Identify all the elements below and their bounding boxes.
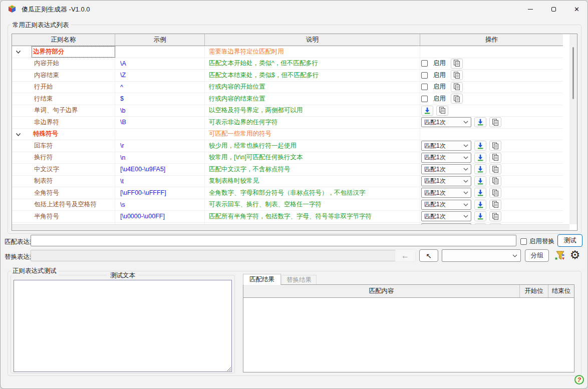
table-row[interactable]: 全角符号 [\uFF00-\uFFFF] 全角数字、字母和部分符号（非标点符号）… bbox=[12, 187, 563, 199]
match-count-select[interactable]: 匹配1次 bbox=[421, 164, 471, 174]
row-name-box[interactable]: 全角符号 bbox=[32, 188, 115, 198]
table-row[interactable]: 行结束 $ 行或内容的结束位置 启用 bbox=[12, 93, 563, 105]
name-cell[interactable]: 制表符 bbox=[12, 176, 115, 187]
example-cell[interactable]: \b bbox=[115, 105, 205, 117]
tab-replace-result[interactable]: 替换结果 bbox=[281, 275, 317, 285]
enable-checkbox[interactable] bbox=[421, 60, 428, 67]
row-name-box[interactable]: 制表符 bbox=[32, 176, 115, 186]
copy-button[interactable] bbox=[451, 70, 463, 80]
chevron-down-icon[interactable] bbox=[16, 133, 21, 137]
copy-button[interactable] bbox=[489, 211, 501, 221]
replace-expression-input[interactable] bbox=[31, 250, 396, 261]
name-cell[interactable]: 行结束 bbox=[12, 93, 115, 105]
result-column-start[interactable]: 开始位 bbox=[519, 285, 548, 297]
close-button[interactable]: ✕ bbox=[565, 1, 588, 18]
copy-button[interactable] bbox=[489, 188, 501, 198]
download-button[interactable] bbox=[474, 141, 486, 151]
match-count-select[interactable]: 匹配1次 bbox=[421, 176, 471, 186]
match-count-select[interactable]: 匹配1次 bbox=[421, 188, 471, 198]
name-cell[interactable]: 边界符部分 bbox=[12, 46, 115, 58]
name-cell[interactable]: 行开始 bbox=[12, 82, 115, 93]
table-row[interactable]: 包括上述符号及空格符 \s 可表示回车、换行、制表、空格任一字符 匹配1次 bbox=[12, 199, 563, 211]
row-name-box[interactable]: 特殊符号 bbox=[32, 129, 115, 139]
result-column-content[interactable]: 匹配内容 bbox=[243, 285, 519, 297]
table-row[interactable]: 换行符 \n 较常用，[\r\n]可匹配任何换行文本 匹配1次 bbox=[12, 152, 563, 164]
name-cell[interactable]: 换行符 bbox=[12, 152, 115, 164]
row-name-box[interactable]: 换行符 bbox=[32, 152, 115, 163]
table-row[interactable]: 单词、句子边界 \b 以空格及符号界定，两侧都可以用 bbox=[12, 105, 563, 117]
vertical-scrollbar-thumb[interactable] bbox=[572, 47, 574, 99]
column-header-desc[interactable]: 说明 bbox=[205, 34, 420, 46]
row-name-box[interactable]: 非边界符 bbox=[32, 117, 115, 128]
maximize-button[interactable] bbox=[542, 1, 565, 18]
row-name-box[interactable]: 中文汉字 bbox=[32, 164, 115, 175]
match-count-select[interactable]: 匹配1次 bbox=[421, 153, 471, 163]
test-button[interactable]: 测试 bbox=[557, 234, 582, 247]
row-name-box[interactable]: 内容结束 bbox=[32, 70, 115, 81]
download-button[interactable] bbox=[421, 106, 433, 116]
name-cell[interactable]: 全角符号 bbox=[12, 187, 115, 199]
group-button[interactable]: 分组 bbox=[525, 249, 549, 262]
test-text-input[interactable] bbox=[14, 280, 232, 372]
example-cell[interactable]: ^ bbox=[115, 82, 205, 93]
download-button[interactable] bbox=[474, 211, 486, 221]
tab-match-result[interactable]: 匹配结果 bbox=[243, 274, 281, 285]
table-row[interactable]: 内容开始 \A 匹配文本开始处，类似^，但不匹配多行 启用 bbox=[12, 58, 563, 70]
insert-cursor-button[interactable]: ↖ bbox=[419, 249, 438, 262]
name-cell[interactable]: 单词、句子边界 bbox=[12, 105, 115, 117]
row-name-box[interactable]: 行开始 bbox=[32, 82, 115, 92]
example-cell[interactable]: \s bbox=[115, 199, 205, 211]
match-expression-input[interactable] bbox=[31, 235, 516, 246]
copy-button[interactable] bbox=[451, 94, 463, 104]
row-name-box[interactable]: 单词、句子边界 bbox=[32, 105, 115, 116]
example-cell[interactable]: \t bbox=[115, 176, 205, 187]
download-button[interactable] bbox=[474, 153, 486, 163]
name-cell[interactable]: 非边界符 bbox=[12, 117, 115, 128]
copy-button[interactable] bbox=[451, 82, 463, 92]
enable-checkbox[interactable] bbox=[421, 96, 428, 102]
table-row[interactable]: 半角符号 [\u0000-\u00FF] 匹配所有半角字符，包括数字、字母、符号… bbox=[12, 211, 563, 223]
copy-button[interactable] bbox=[489, 164, 501, 174]
example-cell[interactable]: \A bbox=[115, 58, 205, 70]
copy-button[interactable] bbox=[489, 153, 501, 163]
name-cell[interactable]: 中文汉字 bbox=[12, 164, 115, 175]
table-row[interactable]: 回车符 \r 较少用，经常也换行符一起使用 匹配1次 bbox=[12, 140, 563, 152]
row-name-box[interactable]: 半角符号 bbox=[32, 211, 115, 222]
enable-checkbox[interactable] bbox=[421, 84, 428, 90]
example-cell[interactable]: [\uFF00-\uFFFF] bbox=[115, 187, 205, 199]
table-row[interactable]: 制表符 \t 复制表格时较常见 匹配1次 bbox=[12, 176, 563, 188]
column-header-name[interactable]: 正则名称 bbox=[12, 34, 115, 46]
titlebar[interactable]: 傻瓜正则生成器 -V1.0.0 ✕ bbox=[1, 1, 587, 18]
match-count-select[interactable]: 匹配1次 bbox=[421, 200, 471, 210]
vertical-scrollbar[interactable] bbox=[569, 34, 577, 224]
table-row[interactable]: 中文汉字 [\u4E00-\u9FA5] 匹配中文汉字，不含标点符号 匹配1次 bbox=[12, 164, 563, 176]
row-name-box[interactable]: 回车符 bbox=[32, 141, 115, 151]
name-cell[interactable]: 半角符号 bbox=[12, 211, 115, 222]
copy-button[interactable] bbox=[451, 59, 463, 69]
example-cell[interactable]: [\u4E00-\u9FA5] bbox=[115, 164, 205, 175]
table-row[interactable]: 非边界符 \B 可表示非边界的任何字符 匹配1次 bbox=[12, 117, 563, 129]
column-header-ops[interactable]: 操作 bbox=[420, 34, 563, 46]
row-name-box[interactable]: 内容开始 bbox=[32, 58, 115, 69]
match-count-select[interactable]: 匹配1次 bbox=[421, 117, 471, 127]
table-row[interactable]: 特殊符号 可匹配一些常用的符号 bbox=[12, 129, 563, 141]
row-name-box[interactable]: 边界符部分 bbox=[32, 47, 115, 57]
minimize-button[interactable] bbox=[519, 1, 542, 18]
copy-button[interactable] bbox=[436, 106, 448, 116]
download-button[interactable] bbox=[474, 176, 486, 186]
example-cell[interactable]: \r bbox=[115, 140, 205, 152]
table-row[interactable]: 边界符部分 需要靠边界符定位匹配时用 bbox=[12, 46, 563, 58]
copy-button[interactable] bbox=[489, 176, 501, 186]
name-cell[interactable]: 内容开始 bbox=[12, 58, 115, 70]
name-cell[interactable]: 特殊符号 bbox=[12, 129, 115, 140]
name-cell[interactable]: 包括上述符号及空格符 bbox=[12, 199, 115, 211]
example-cell[interactable] bbox=[115, 129, 205, 140]
back-button[interactable]: ← bbox=[395, 249, 416, 262]
row-name-box[interactable]: 行结束 bbox=[32, 94, 115, 104]
group-combobox[interactable] bbox=[442, 249, 521, 262]
download-button[interactable] bbox=[474, 164, 486, 174]
example-cell[interactable]: \B bbox=[115, 117, 205, 128]
copy-button[interactable] bbox=[489, 141, 501, 151]
download-button[interactable] bbox=[474, 200, 486, 210]
table-row[interactable]: 内容结束 \Z 匹配文本结束处，类似$，但不匹配多行 启用 bbox=[12, 70, 563, 82]
